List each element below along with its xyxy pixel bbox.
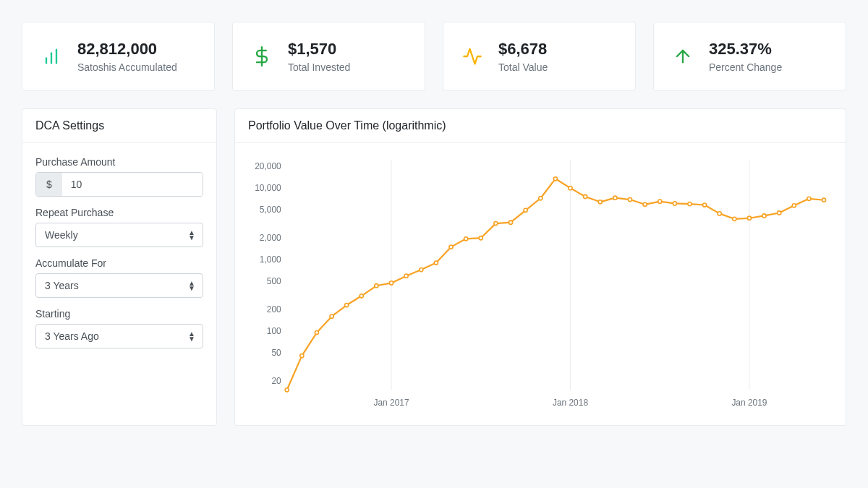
repeat-purchase-group: Repeat Purchase Weekly ▲▼: [35, 207, 203, 247]
svg-point-41: [584, 194, 587, 198]
svg-point-54: [778, 211, 781, 215]
svg-point-46: [658, 200, 662, 203]
line-chart: 20501002005001,0002,0005,00010,00020,000…: [242, 152, 833, 412]
purchase-amount-group: Purchase Amount $ .00: [35, 156, 203, 197]
svg-point-28: [389, 281, 393, 285]
stat-value: $6,678: [498, 40, 548, 59]
svg-point-53: [762, 214, 766, 218]
svg-point-42: [598, 200, 602, 204]
stat-card-invested: $1,570 Total Invested: [232, 22, 425, 91]
arrow-up-icon: [670, 43, 696, 69]
svg-point-23: [315, 330, 318, 334]
svg-point-49: [703, 203, 707, 207]
svg-point-57: [822, 198, 825, 202]
svg-text:Jan 2019: Jan 2019: [731, 398, 767, 408]
svg-point-33: [464, 237, 468, 241]
main-row: DCA Settings Purchase Amount $ .00 Repea…: [22, 108, 846, 426]
svg-point-44: [628, 198, 631, 202]
stat-card-total-value: $6,678 Total Value: [443, 22, 636, 91]
chart-panel: Portfolio Value Over Time (logarithmic) …: [234, 108, 846, 426]
svg-point-35: [494, 221, 498, 225]
svg-text:Jan 2018: Jan 2018: [553, 398, 588, 408]
dca-settings-panel: DCA Settings Purchase Amount $ .00 Repea…: [22, 108, 217, 426]
stat-card-satoshis: 82,812,000 Satoshis Accumulated: [22, 22, 215, 91]
svg-point-26: [359, 294, 363, 298]
svg-text:500: 500: [267, 276, 281, 286]
svg-point-47: [673, 202, 676, 205]
svg-point-38: [539, 197, 542, 200]
chart-title: Portfolio Value Over Time (logarithmic): [235, 109, 846, 143]
accumulate-for-select[interactable]: 3 Years: [36, 274, 203, 297]
dashboard: 82,812,000 Satoshis Accumulated $1,570 T…: [22, 22, 846, 426]
chart-area: 20501002005001,0002,0005,00010,00020,000…: [242, 152, 833, 412]
svg-point-24: [330, 314, 333, 318]
svg-text:10,000: 10,000: [255, 183, 281, 193]
svg-point-56: [807, 197, 811, 200]
purchase-amount-input[interactable]: [62, 173, 203, 196]
accumulate-for-group: Accumulate For 3 Years ▲▼: [35, 257, 203, 298]
svg-text:Jan 2017: Jan 2017: [373, 398, 409, 408]
svg-text:200: 200: [267, 304, 281, 314]
dollar-icon: [249, 43, 275, 69]
stat-label: Total Value: [498, 61, 548, 73]
stat-label: Percent Change: [709, 61, 782, 73]
svg-point-34: [479, 236, 482, 240]
svg-text:100: 100: [267, 326, 281, 336]
svg-point-48: [688, 202, 692, 206]
svg-point-32: [449, 245, 453, 249]
stat-label: Satoshis Accumulated: [77, 61, 177, 73]
stats-row: 82,812,000 Satoshis Accumulated $1,570 T…: [22, 22, 846, 91]
activity-icon: [459, 43, 485, 69]
currency-prefix: $: [36, 173, 62, 196]
bar-chart-icon: [38, 43, 64, 69]
svg-point-21: [285, 388, 289, 392]
purchase-amount-label: Purchase Amount: [35, 156, 203, 168]
stat-card-percent-change: 325.37% Percent Change: [653, 22, 846, 91]
stat-value: $1,570: [288, 40, 350, 59]
accumulate-for-label: Accumulate For: [35, 257, 203, 269]
purchase-amount-input-group: $ .00: [35, 172, 203, 197]
svg-point-36: [509, 221, 512, 224]
svg-point-52: [747, 216, 751, 220]
svg-text:1,000: 1,000: [260, 254, 281, 265]
svg-point-40: [569, 187, 572, 190]
svg-point-55: [792, 204, 796, 207]
repeat-purchase-label: Repeat Purchase: [35, 207, 203, 218]
panel-title: DCA Settings: [22, 109, 216, 143]
svg-point-50: [718, 212, 721, 215]
svg-point-45: [643, 202, 647, 206]
svg-text:2,000: 2,000: [260, 233, 281, 243]
svg-point-31: [434, 261, 438, 265]
svg-point-37: [524, 208, 527, 212]
stat-label: Total Invested: [288, 61, 350, 73]
svg-text:20: 20: [271, 376, 281, 386]
svg-text:20,000: 20,000: [255, 161, 281, 171]
starting-group: Starting 3 Years Ago ▲▼: [35, 308, 203, 348]
svg-point-29: [404, 274, 408, 278]
svg-point-30: [420, 268, 423, 272]
svg-point-51: [733, 217, 736, 221]
starting-select[interactable]: 3 Years Ago: [36, 325, 203, 348]
svg-point-27: [375, 284, 378, 288]
svg-point-39: [553, 177, 557, 181]
svg-point-22: [300, 354, 304, 358]
starting-label: Starting: [35, 308, 203, 320]
svg-text:5,000: 5,000: [260, 205, 281, 215]
svg-point-43: [613, 196, 617, 200]
svg-text:50: 50: [271, 348, 281, 358]
repeat-purchase-select[interactable]: Weekly: [36, 223, 203, 247]
svg-point-25: [345, 303, 349, 307]
stat-value: 82,812,000: [77, 40, 177, 59]
stat-value: 325.37%: [709, 40, 782, 59]
